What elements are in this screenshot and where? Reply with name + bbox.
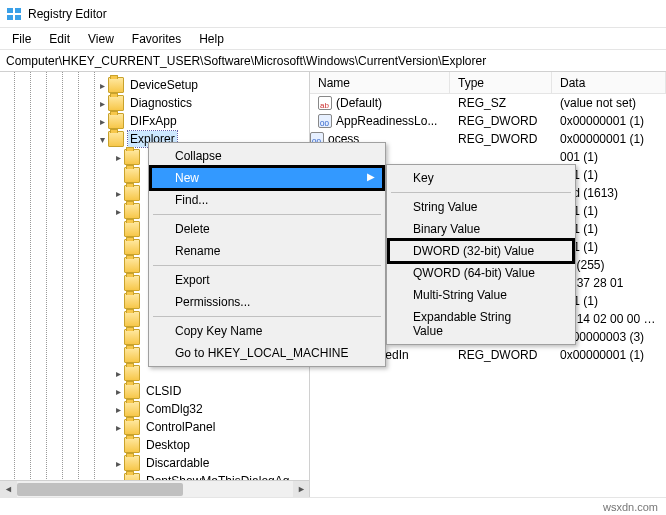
expand-icon[interactable]: ▸ [96, 80, 108, 91]
context-menu-rename[interactable]: Rename [151, 240, 383, 262]
menu-separator [153, 214, 381, 215]
submenu-expandable-string-value[interactable]: Expandable String Value [389, 306, 573, 342]
value-type: REG_DWORD [450, 114, 552, 128]
menu-item-label: Multi-String Value [413, 288, 507, 302]
value-row[interactable]: (Default)REG_SZ(value not set) [310, 94, 666, 112]
menu-separator [153, 316, 381, 317]
value-type: REG_DWORD [450, 132, 552, 146]
menu-item-label: Copy Key Name [175, 324, 262, 338]
folder-icon [124, 329, 140, 345]
scroll-right-button[interactable]: ► [293, 481, 310, 498]
expand-icon[interactable]: ▸ [112, 152, 124, 163]
context-menu-new[interactable]: New▶ [151, 167, 383, 189]
value-data: 0x00000001 (1) [552, 114, 666, 128]
submenu-key[interactable]: Key [389, 167, 573, 189]
submenu-dword-32-bit-value[interactable]: DWORD (32-bit) Value [389, 240, 573, 262]
tree-item-label: Discardable [144, 455, 211, 471]
folder-icon [124, 239, 140, 255]
tree-item-label: DeviceSetup [128, 77, 200, 93]
menu-file[interactable]: File [4, 30, 39, 48]
submenu-qword-64-bit-value[interactable]: QWORD (64-bit) Value [389, 262, 573, 284]
value-type: REG_DWORD [450, 348, 552, 362]
context-menu-permissions-[interactable]: Permissions... [151, 291, 383, 313]
values-header: Name Type Data [310, 72, 666, 94]
value-row[interactable]: AppReadinessLo...REG_DWORD0x00000001 (1) [310, 112, 666, 130]
tree-item-Desktop[interactable]: Desktop [0, 436, 309, 454]
submenu-multi-string-value[interactable]: Multi-String Value [389, 284, 573, 306]
menu-help[interactable]: Help [191, 30, 232, 48]
context-menu-find-[interactable]: Find... [151, 189, 383, 211]
expand-icon[interactable]: ▸ [112, 188, 124, 199]
expand-icon[interactable]: ▸ [96, 116, 108, 127]
context-menu-delete[interactable]: Delete [151, 218, 383, 240]
folder-icon [124, 257, 140, 273]
tree-item-label: Diagnostics [128, 95, 194, 111]
scroll-thumb[interactable] [17, 483, 183, 496]
menu-item-label: Collapse [175, 149, 222, 163]
status-bar: wsxdn.com [0, 497, 666, 515]
menu-item-label: Delete [175, 222, 210, 236]
expand-icon[interactable]: ▾ [96, 134, 108, 145]
tree-item-CLSID[interactable]: ▸CLSID [0, 382, 309, 400]
folder-icon [124, 293, 140, 309]
menu-bar: File Edit View Favorites Help [0, 28, 666, 50]
context-menu-copy-key-name[interactable]: Copy Key Name [151, 320, 383, 342]
tree-item-ComDlg32[interactable]: ▸ComDlg32 [0, 400, 309, 418]
tree-horizontal-scrollbar[interactable]: ◄ ► [0, 480, 310, 497]
binary-value-icon [318, 114, 332, 128]
expand-icon[interactable]: ▸ [112, 422, 124, 433]
folder-icon [124, 347, 140, 363]
tree-item-label: Desktop [144, 437, 192, 453]
folder-icon [124, 311, 140, 327]
folder-icon [124, 401, 140, 417]
svg-rect-2 [7, 15, 13, 20]
watermark: wsxdn.com [603, 501, 658, 513]
address-bar[interactable]: Computer\HKEY_CURRENT_USER\Software\Micr… [0, 50, 666, 72]
tree-item-DIFxApp[interactable]: ▸DIFxApp [0, 112, 309, 130]
menu-item-label: Key [413, 171, 434, 185]
content-area: ▸DeviceSetup▸Diagnostics▸DIFxApp▾Explore… [0, 72, 666, 497]
scroll-left-button[interactable]: ◄ [0, 481, 17, 498]
menu-item-label: Export [175, 273, 210, 287]
value-data: 001 (1) [552, 150, 666, 164]
window-title: Registry Editor [28, 7, 107, 21]
menu-view[interactable]: View [80, 30, 122, 48]
context-menu-export[interactable]: Export [151, 269, 383, 291]
submenu-binary-value[interactable]: Binary Value [389, 218, 573, 240]
tree-item-Discardable[interactable]: ▸Discardable [0, 454, 309, 472]
menu-separator [391, 192, 571, 193]
value-type: REG_SZ [450, 96, 552, 110]
tree-item-label: CLSID [144, 383, 183, 399]
context-menu-collapse[interactable]: Collapse [151, 145, 383, 167]
folder-icon [124, 149, 140, 165]
address-path: Computer\HKEY_CURRENT_USER\Software\Micr… [6, 54, 486, 68]
tree-item-DeviceSetup[interactable]: ▸DeviceSetup [0, 76, 309, 94]
value-name: (Default) [310, 96, 450, 110]
column-type[interactable]: Type [450, 72, 552, 93]
svg-rect-1 [15, 8, 21, 13]
context-menu-go-to-hkey-local-machine[interactable]: Go to HKEY_LOCAL_MACHINE [151, 342, 383, 364]
menu-edit[interactable]: Edit [41, 30, 78, 48]
folder-icon [124, 419, 140, 435]
tree-item-label [144, 372, 148, 374]
tree-context-menu: CollapseNew▶Find...DeleteRenameExportPer… [148, 142, 386, 367]
menu-favorites[interactable]: Favorites [124, 30, 189, 48]
expand-icon[interactable]: ▸ [112, 458, 124, 469]
expand-icon[interactable]: ▸ [112, 386, 124, 397]
column-name[interactable]: Name [310, 72, 450, 93]
submenu-string-value[interactable]: String Value [389, 196, 573, 218]
column-data[interactable]: Data [552, 72, 666, 93]
tree-item-Diagnostics[interactable]: ▸Diagnostics [0, 94, 309, 112]
folder-icon [124, 185, 140, 201]
folder-icon [108, 113, 124, 129]
folder-icon [124, 365, 140, 381]
folder-icon [108, 77, 124, 93]
tree-item-ControlPanel[interactable]: ▸ControlPanel [0, 418, 309, 436]
folder-icon [124, 203, 140, 219]
menu-item-label: New [175, 171, 199, 185]
tree-item-label: ControlPanel [144, 419, 217, 435]
expand-icon[interactable]: ▸ [96, 98, 108, 109]
expand-icon[interactable]: ▸ [112, 404, 124, 415]
expand-icon[interactable]: ▸ [112, 206, 124, 217]
expand-icon[interactable]: ▸ [112, 368, 124, 379]
